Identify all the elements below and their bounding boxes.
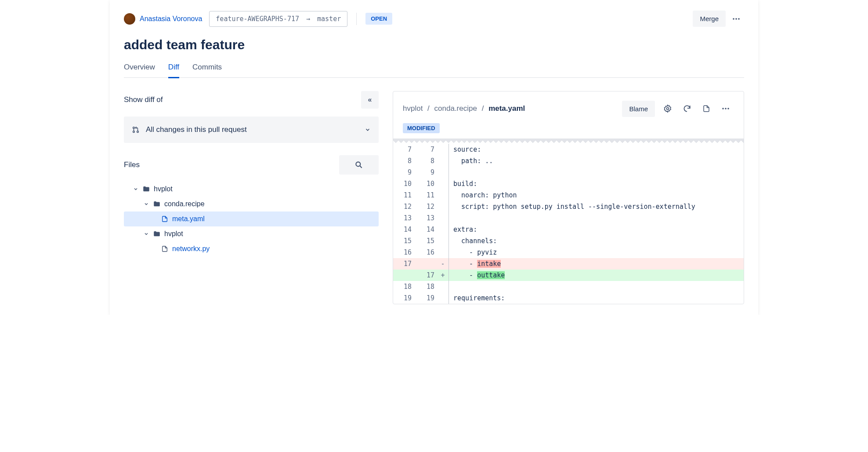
search-files-button[interactable] — [339, 155, 379, 175]
gear-icon — [663, 104, 672, 113]
svg-point-6 — [356, 162, 360, 166]
old-line-number — [393, 270, 416, 281]
files-label: Files — [124, 160, 140, 169]
chevrons-left-icon: « — [368, 96, 372, 104]
chevron-down-icon — [143, 231, 149, 237]
folder-icon — [153, 230, 161, 238]
code-content: channels: — [449, 235, 744, 247]
diff-line[interactable]: 1212 script: python setup.py install --s… — [393, 201, 744, 212]
old-line-number: 19 — [393, 292, 416, 304]
search-icon — [354, 160, 363, 169]
new-line-number: 8 — [416, 155, 439, 167]
code-content: source: — [449, 144, 744, 155]
svg-point-8 — [722, 108, 724, 109]
refresh-button[interactable] — [679, 100, 695, 117]
tree-folder-hvplot-sub[interactable]: hvplot — [124, 226, 379, 241]
diff-sign — [439, 144, 447, 155]
page-title: added team feature — [124, 37, 744, 52]
tree-folder-hvplot[interactable]: hvplot — [124, 182, 379, 197]
file-icon — [702, 105, 710, 113]
breadcrumb-current: meta.yaml — [488, 104, 525, 113]
more-file-actions-button[interactable] — [717, 100, 734, 117]
diff-line[interactable]: 1515 channels: — [393, 235, 744, 247]
diff-line[interactable]: 77source: — [393, 144, 744, 155]
tree-file-networkx[interactable]: networkx.py — [124, 241, 379, 256]
svg-point-10 — [727, 108, 729, 109]
svg-point-0 — [733, 18, 734, 20]
code-content: extra: — [449, 224, 744, 235]
diff-sign — [439, 201, 447, 212]
diff-line[interactable]: 88 path: .. — [393, 155, 744, 167]
diff-line[interactable]: 17- - intake — [393, 258, 744, 270]
diff-line[interactable]: 99 — [393, 167, 744, 178]
new-line-number — [416, 258, 439, 270]
avatar[interactable] — [124, 13, 135, 25]
diff-sign — [439, 224, 447, 235]
author-link[interactable]: Anastasia Voronova — [140, 15, 202, 23]
breadcrumb-separator: / — [482, 104, 484, 113]
changes-dropdown[interactable]: All changes in this pull request — [124, 117, 379, 143]
old-line-number: 11 — [393, 190, 416, 201]
new-line-number: 7 — [416, 144, 439, 155]
old-line-number: 14 — [393, 224, 416, 235]
diff-line[interactable]: 1313 — [393, 212, 744, 224]
tree-file-meta-yaml[interactable]: meta.yaml — [124, 211, 379, 226]
svg-point-3 — [133, 127, 135, 129]
collapse-sidebar-button[interactable]: « — [361, 91, 379, 109]
code-content: - intake — [449, 258, 744, 270]
old-line-number: 17 — [393, 258, 416, 270]
old-line-number: 8 — [393, 155, 416, 167]
file-button[interactable] — [698, 100, 715, 117]
diff-sign — [439, 247, 447, 258]
diff-line[interactable]: 1818 — [393, 281, 744, 292]
tabs: Overview Diff Commits — [124, 63, 744, 78]
diff-sign: - — [439, 258, 447, 270]
target-branch: master — [317, 15, 341, 23]
settings-button[interactable] — [659, 100, 676, 117]
tab-commits[interactable]: Commits — [192, 63, 222, 78]
code-content: path: .. — [449, 155, 744, 167]
svg-point-4 — [133, 131, 135, 133]
new-line-number: 16 — [416, 247, 439, 258]
merge-button[interactable]: Merge — [693, 11, 726, 27]
file-icon — [161, 215, 169, 222]
diff-sign — [439, 292, 447, 304]
breadcrumb-separator: / — [427, 104, 430, 113]
tree-folder-conda-recipe[interactable]: conda.recipe — [124, 197, 379, 211]
tree-label: networkx.py — [172, 245, 210, 253]
diff-line[interactable]: 1616 - pyviz — [393, 247, 744, 258]
tab-overview[interactable]: Overview — [124, 63, 155, 78]
diff-line[interactable]: 1414extra: — [393, 224, 744, 235]
tab-diff[interactable]: Diff — [168, 63, 179, 78]
diff-line[interactable]: 17+ - outtake — [393, 270, 744, 281]
old-line-number: 16 — [393, 247, 416, 258]
more-actions-button[interactable] — [728, 11, 744, 27]
old-line-number: 13 — [393, 212, 416, 224]
new-line-number: 17 — [416, 270, 439, 281]
svg-point-2 — [738, 18, 740, 20]
code-content: script: python setup.py install --single… — [449, 201, 744, 212]
blame-button[interactable]: Blame — [622, 101, 655, 117]
chevron-down-icon — [143, 201, 149, 207]
dots-horizontal-icon — [721, 104, 730, 113]
new-line-number: 15 — [416, 235, 439, 247]
branch-selector[interactable]: feature-AWEGRAPHS-717 → master — [209, 11, 347, 27]
diff-sign — [439, 178, 447, 190]
new-line-number: 19 — [416, 292, 439, 304]
status-badge: OPEN — [365, 13, 392, 25]
new-line-number: 12 — [416, 201, 439, 212]
breadcrumb-part[interactable]: conda.recipe — [434, 104, 477, 113]
code-content — [449, 212, 744, 224]
diff-line[interactable]: 1919requirements: — [393, 292, 744, 304]
breadcrumb-part[interactable]: hvplot — [403, 104, 423, 113]
tree-label: meta.yaml — [172, 215, 205, 223]
collapsed-indicator[interactable] — [393, 139, 744, 143]
new-line-number: 11 — [416, 190, 439, 201]
source-branch: feature-AWEGRAPHS-717 — [216, 15, 299, 23]
diff-line[interactable]: 1010build: — [393, 178, 744, 190]
diff-sign — [439, 235, 447, 247]
modified-badge: MODIFIED — [403, 123, 440, 133]
diff-line[interactable]: 1111 noarch: python — [393, 190, 744, 201]
diff-sign — [439, 155, 447, 167]
old-line-number: 7 — [393, 144, 416, 155]
